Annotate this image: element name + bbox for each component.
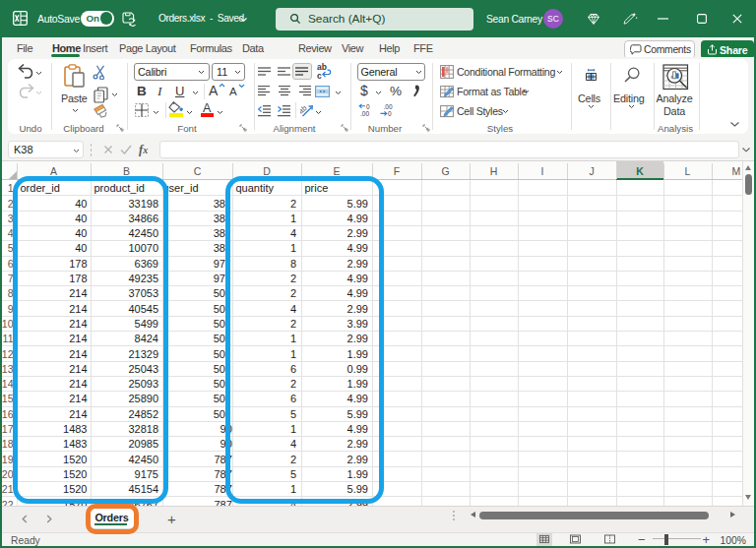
svg-text:0: 0 [388, 110, 392, 117]
svg-text:c: c [317, 71, 322, 80]
svg-text:.00: .00 [383, 103, 392, 110]
svg-text:.00: .00 [360, 110, 369, 117]
svg-text:0: 0 [366, 103, 370, 110]
